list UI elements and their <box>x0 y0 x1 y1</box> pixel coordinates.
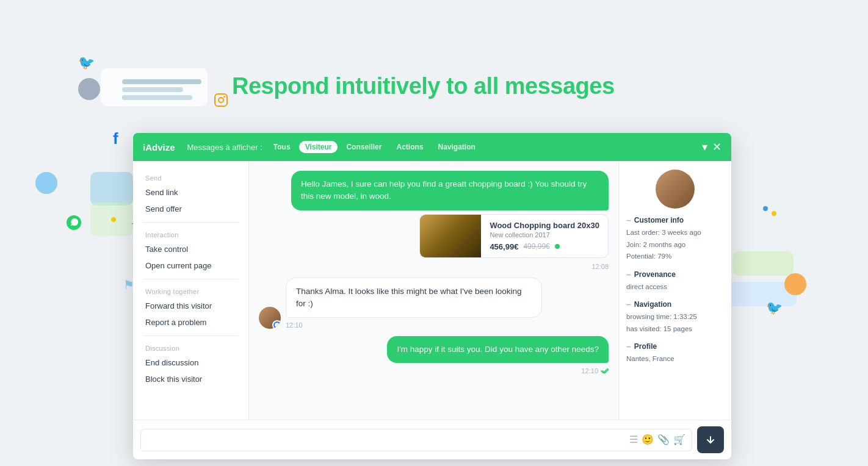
send-button[interactable] <box>697 426 724 453</box>
agent-bubble-1: Hello James, I sure can help you find a … <box>291 171 609 210</box>
deco-dot <box>763 206 768 211</box>
customer-info-title: Customer info <box>634 216 684 224</box>
product-image-overlay <box>420 215 481 257</box>
filter-tab-visiteur[interactable]: Visiteur <box>299 141 338 153</box>
agent-message-group-2: I'm happy if it suits you. Did you have … <box>259 336 609 375</box>
chat-body: Send Send link Send offer Interaction Ta… <box>133 161 731 420</box>
minimize-button[interactable]: ▾ <box>702 142 707 152</box>
menu-divider <box>143 222 239 223</box>
menu-item-send-link[interactable]: Send link <box>133 184 248 201</box>
agent-message-group: Hello James, I sure can help you find a … <box>259 171 609 270</box>
menu-item-end-discussion[interactable]: End discussion <box>133 354 248 371</box>
visitor-message-group: Thanks Alma. It looks like this might be… <box>259 278 609 329</box>
product-subtitle: New collection 2017 <box>490 231 599 238</box>
agent-message-time-1: 12:08 <box>591 263 609 270</box>
chat-input-wrapper: ☰ 🙂 📎 🛒 <box>140 429 692 451</box>
instagram-icon <box>214 93 228 111</box>
product-title: Wood Chopping board 20x30 <box>490 221 599 230</box>
menu-divider <box>143 335 239 336</box>
profile-header[interactable]: – Profile <box>626 342 724 351</box>
topbar-actions: ▾ ✕ <box>702 142 722 152</box>
messages-label: Messages à afficher : <box>187 143 262 152</box>
menu-item-send-offer[interactable]: Send offer <box>133 201 248 217</box>
collapse-icon: – <box>626 300 631 309</box>
provenance-section: – Provenance direct access <box>626 270 724 293</box>
page-title: Respond intuitively to all messages <box>232 73 615 99</box>
info-agent-avatar <box>656 170 695 209</box>
chat-input-area: ☰ 🙂 📎 🛒 <box>133 420 731 459</box>
product-price-dot <box>555 244 560 249</box>
menu-item-open-current-page[interactable]: Open current page <box>133 257 248 274</box>
twitter-icon: 🐦 <box>78 55 95 71</box>
menu-item-block-visitor[interactable]: Block this visitor <box>133 371 248 387</box>
navigation-has-visited: has visited: 15 pages <box>626 323 724 335</box>
filter-tabs: Tous Visiteur Conseiller Actions Navigat… <box>267 141 482 153</box>
profile-section: – Profile Nantes, France <box>626 342 724 365</box>
menu-item-take-control[interactable]: Take control <box>133 241 248 257</box>
visitor-message-time: 12:10 <box>286 321 542 329</box>
deco-dot <box>772 211 776 216</box>
emoji-icon-button[interactable]: 🙂 <box>642 435 654 445</box>
menu-divider <box>143 279 239 279</box>
input-icon-bar: ☰ 🙂 📎 🛒 <box>629 435 692 445</box>
product-card: Wood Chopping board 20x30 New collection… <box>419 214 609 258</box>
menu-item-report-problem[interactable]: Report a problem <box>133 314 248 331</box>
menu-section-send-title: Send <box>133 171 248 184</box>
menu-panel: Send Send link Send offer Interaction Ta… <box>133 161 249 420</box>
agent-time-check: 12:10 <box>581 367 609 375</box>
list-icon-button[interactable]: ☰ <box>629 435 638 445</box>
menu-section-discussion-title: Discussion <box>133 341 248 354</box>
visitor-bubble-group: Thanks Alma. It looks like this might be… <box>286 278 542 329</box>
chat-brand: iAdvize <box>143 142 175 152</box>
attach-icon-button[interactable]: 📎 <box>657 435 670 445</box>
chat-window: iAdvize Messages à afficher : Tous Visit… <box>133 133 731 459</box>
svg-point-1 <box>219 98 223 102</box>
provenance-value: direct access <box>626 281 724 293</box>
customer-info-last-order: Last order: 3 weeks ago <box>626 227 724 239</box>
filter-tab-tous[interactable]: Tous <box>267 141 297 153</box>
product-prices: 456,99€ 499,99€ <box>490 242 599 251</box>
collapse-icon: – <box>626 216 631 224</box>
visitor-avatar <box>259 307 281 329</box>
customer-info-header[interactable]: – Customer info <box>626 216 724 224</box>
deco-avatar <box>78 78 100 100</box>
cart-icon-button[interactable]: 🛒 <box>673 435 685 445</box>
visitor-message-text: Thanks Alma. It looks like this might be… <box>296 287 522 308</box>
customer-info-section: – Customer info Last order: 3 weeks ago … <box>626 216 724 263</box>
menu-section-interaction-title: Interaction <box>133 228 248 241</box>
deco-avatar <box>784 273 806 295</box>
customer-info-join: Join: 2 months ago <box>626 239 724 251</box>
navigation-title: Navigation <box>634 300 671 309</box>
product-price-current: 456,99€ <box>490 242 518 251</box>
chat-topbar: iAdvize Messages à afficher : Tous Visit… <box>133 133 731 161</box>
collapse-icon: – <box>626 342 631 351</box>
svg-rect-0 <box>215 94 227 106</box>
svg-point-2 <box>223 96 225 98</box>
whatsapp-icon <box>66 215 82 234</box>
collapse-icon: – <box>626 270 631 279</box>
agent-message-time-2: 12:10 <box>581 367 609 375</box>
provenance-title: Provenance <box>634 270 676 279</box>
agent-message-text: Hello James, I sure can help you find a … <box>301 179 587 201</box>
customer-info-potential: Potential: 79% <box>626 251 724 263</box>
agent-message-text-2: I'm happy if it suits you. Did you have … <box>397 345 599 354</box>
menu-item-forward-visitor[interactable]: Forward this visitor <box>133 298 248 314</box>
filter-tab-actions[interactable]: Actions <box>390 141 429 153</box>
filter-tab-conseiller[interactable]: Conseiller <box>340 141 388 153</box>
deco-lines <box>122 79 208 100</box>
profile-value: Nantes, France <box>626 353 724 365</box>
product-image <box>420 215 481 257</box>
agent-bubble-2: I'm happy if it suits you. Did you have … <box>387 336 609 363</box>
messenger-badge <box>272 320 281 329</box>
chat-input[interactable] <box>141 429 629 451</box>
product-info: Wood Chopping board 20x30 New collection… <box>481 215 608 257</box>
visitor-bubble: Thanks Alma. It looks like this might be… <box>286 278 542 318</box>
navigation-header[interactable]: – Navigation <box>626 300 724 309</box>
deco-card <box>732 251 794 276</box>
filter-tab-navigation[interactable]: Navigation <box>432 141 481 153</box>
profile-title: Profile <box>634 342 657 351</box>
twitter-icon: 🐦 <box>766 300 783 316</box>
navigation-section: – Navigation browsing time: 1:33:25 has … <box>626 300 724 335</box>
close-button[interactable]: ✕ <box>712 142 722 152</box>
provenance-header[interactable]: – Provenance <box>626 270 724 279</box>
